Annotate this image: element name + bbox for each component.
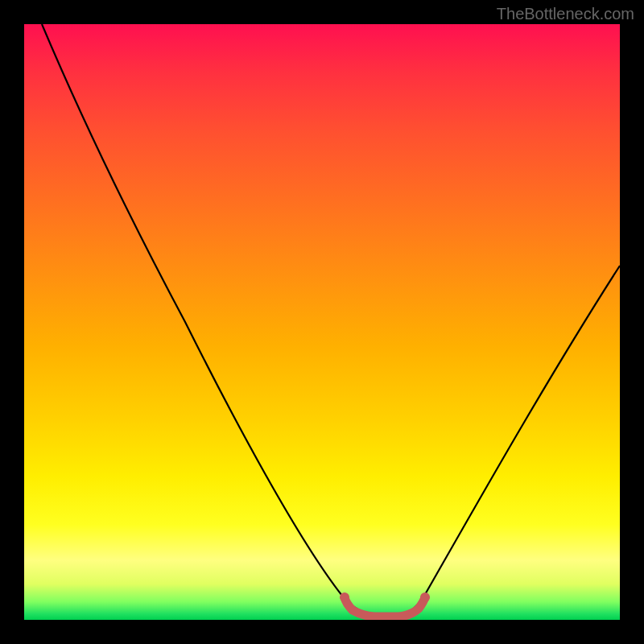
plot-background [24,24,620,620]
optimal-start-dot [340,592,349,602]
watermark-text: TheBottleneck.com [497,5,634,23]
curve-overlay [24,24,620,620]
optimal-end-dot [420,592,430,602]
bottleneck-curve-path [42,24,620,614]
optimal-region-marker [345,597,425,617]
chart-container: TheBottleneck.com [0,0,644,644]
